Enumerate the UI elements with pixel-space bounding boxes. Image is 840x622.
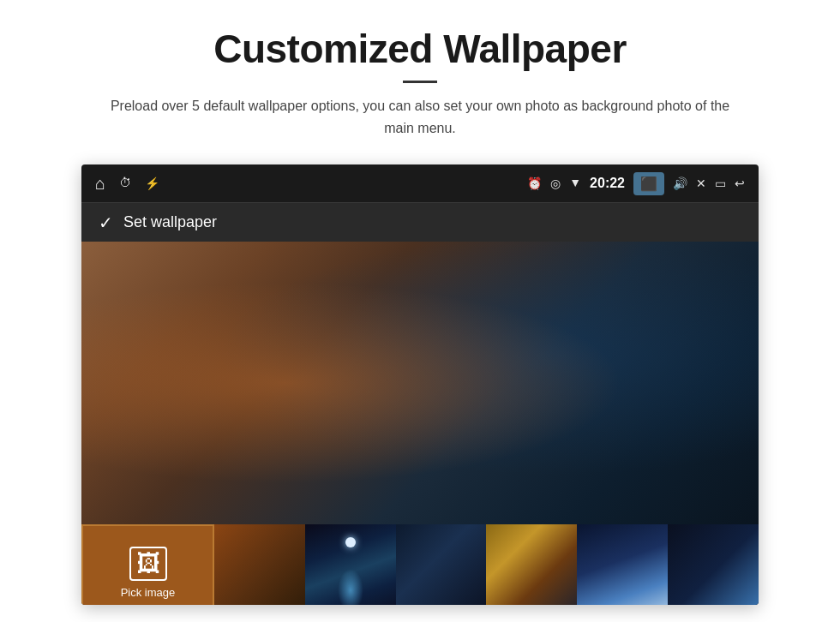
volume-icon[interactable]: 🔊: [673, 176, 687, 191]
window-icon[interactable]: ▭: [715, 176, 726, 191]
usb-icon: ⚡: [145, 176, 159, 191]
page-container: Customized Wallpaper Preload over 5 defa…: [0, 0, 840, 622]
wallpaper-thumb-1[interactable]: [214, 524, 305, 605]
location-icon: ◎: [550, 176, 561, 191]
pick-image-label: Pick image: [121, 586, 176, 599]
set-wallpaper-bar: ✓ Set wallpaper: [81, 202, 759, 242]
pick-image-icon: 🖼: [129, 547, 167, 581]
wallpaper-thumb-2[interactable]: [305, 524, 396, 605]
page-subtitle: Preload over 5 default wallpaper options…: [94, 95, 746, 139]
set-wallpaper-label: Set wallpaper: [123, 213, 217, 231]
wallpaper-preview: [81, 242, 759, 524]
clock-icon: ⏱: [119, 176, 131, 190]
alarm-icon: ⏰: [527, 176, 542, 191]
wallpaper-thumb-4[interactable]: [486, 524, 577, 605]
back-icon[interactable]: ↩: [735, 176, 745, 191]
wallpaper-thumb-3[interactable]: [396, 524, 487, 605]
device-frame: ⌂ ⏱ ⚡ ⏰ ◎ ▼ 20:22 ⬛ 🔊 ✕ ▭ ↩ ✓ Set wallpa…: [81, 164, 759, 605]
pick-image-thumb[interactable]: 🖼 Pick image: [81, 524, 214, 605]
title-section: Customized Wallpaper Preload over 5 defa…: [94, 26, 746, 139]
wallpaper-thumb-5[interactable]: [577, 524, 668, 605]
time-display: 20:22: [590, 176, 625, 191]
status-bar: ⌂ ⏱ ⚡ ⏰ ◎ ▼ 20:22 ⬛ 🔊 ✕ ▭ ↩: [81, 164, 759, 202]
page-title: Customized Wallpaper: [94, 26, 746, 72]
title-divider: [403, 81, 437, 83]
home-icon[interactable]: ⌂: [95, 174, 105, 194]
status-left: ⌂ ⏱ ⚡: [95, 174, 159, 194]
close-icon[interactable]: ✕: [696, 176, 706, 191]
camera-button[interactable]: ⬛: [633, 172, 664, 195]
wallpaper-thumb-6[interactable]: [668, 524, 759, 605]
check-icon: ✓: [99, 212, 113, 233]
thumbnail-strip: 🖼 Pick image: [81, 524, 759, 605]
status-right: ⏰ ◎ ▼ 20:22 ⬛ 🔊 ✕ ▭ ↩: [527, 172, 745, 195]
wifi-icon: ▼: [569, 176, 581, 190]
